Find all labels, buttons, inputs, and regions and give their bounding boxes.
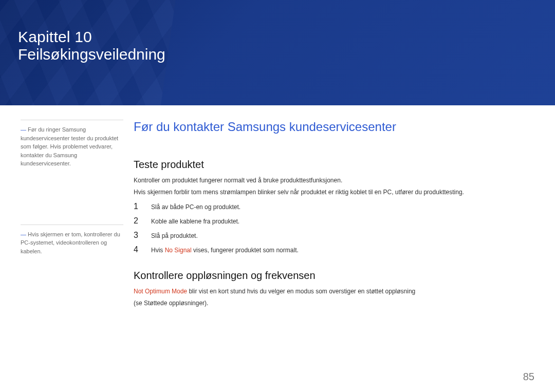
list-item: 4 Hvis No Signal vises, fungerer produkt… [134,245,534,254]
step4-pre: Hvis [151,247,165,254]
side-note-2-text: Hvis skjermen er tom, kontrollerer du PC… [21,231,120,254]
steps-list: 1 Slå av både PC-en og produktet. 2 Kobl… [134,202,534,254]
step-number: 4 [134,245,146,254]
step-number: 1 [134,202,146,211]
list-item: 3 Slå på produktet. [134,231,534,240]
list-item: 2 Koble alle kablene fra produktet. [134,216,534,226]
step-text: Slå av både PC-en og produktet. [151,203,534,211]
section-heading: Før du kontakter Samsungs kundeservicese… [134,120,534,134]
sidebar-notes: ― Før du ringer Samsung kundeservicesent… [21,120,123,310]
page-number: 85 [523,371,534,383]
step4-post: vises, fungerer produktet som normalt. [192,247,299,254]
subsection-heading-2: Kontrollere oppløsningen og frekvensen [134,270,534,282]
chapter-title: Feilsøkingsveiledning [18,45,165,64]
hero-text: Kapittel 10 Feilsøkingsveiledning [18,28,165,64]
step-text: Hvis No Signal vises, fungerer produktet… [151,247,534,254]
highlight-not-optimum: Not Optimum Mode [134,288,187,295]
section1-p2: Hvis skjermen forblir tom mens strømlamp… [134,188,534,197]
list-item: 1 Slå av både PC-en og produktet. [134,202,534,211]
side-note-1: ― Før du ringer Samsung kundeservicesent… [21,120,123,168]
hero-banner: Kapittel 10 Feilsøkingsveiledning [0,0,555,105]
dash-icon: ― [21,231,26,237]
highlight-no-signal: No Signal [165,247,192,254]
content-grid: ― Før du ringer Samsung kundeservicesent… [0,105,555,310]
step-number: 2 [134,216,146,226]
main-content: Før du kontakter Samsungs kundeservicese… [134,120,534,310]
section2-p1-rest: blir vist en kort stund hvis du velger e… [187,288,415,295]
step-text: Slå på produktet. [151,232,534,239]
dash-icon: ― [21,126,26,133]
step-text: Koble alle kablene fra produktet. [151,218,534,225]
side-note-2: ― Hvis skjermen er tom, kontrollerer du … [21,225,123,256]
section1-p1: Kontroller om produktet fungerer normalt… [134,176,534,185]
side-note-1-text: Før du ringer Samsung kundeservicesenter… [21,126,118,166]
section2-p1: Not Optimum Mode blir vist en kort stund… [134,287,534,296]
subsection-heading-1: Teste produktet [134,159,534,171]
step-number: 3 [134,231,146,240]
section2-p2: (se Støttede oppløsninger). [134,298,534,308]
chapter-label: Kapittel 10 [18,28,165,45]
